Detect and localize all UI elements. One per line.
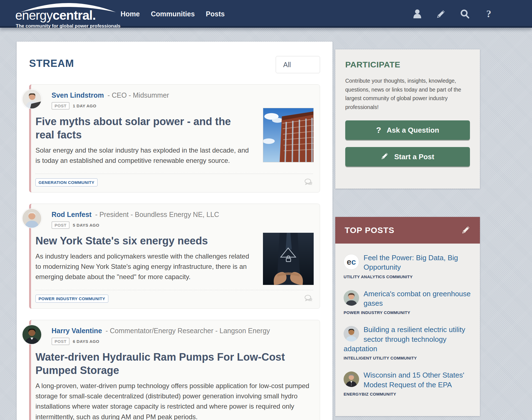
stream-filter-dropdown[interactable]: All (276, 56, 320, 73)
avatar[interactable] (344, 290, 359, 306)
nav-item-posts[interactable]: Posts (206, 10, 225, 18)
top-post-item: Building a resilient electric utility se… (344, 325, 472, 360)
avatar[interactable] (22, 89, 42, 109)
avatar[interactable] (22, 208, 42, 228)
stream-panel: STREAM All Sven Lindstrom - CEO - Midsum… (17, 42, 332, 420)
help-glyph: ? (486, 8, 491, 20)
post-timestamp: 5 DAYS AGO (73, 223, 99, 227)
top-post-item: Wisconsin and 15 Other States' Modest Re… (344, 370, 472, 396)
start-post-label: Start a Post (394, 153, 434, 161)
brand-dot: . (93, 8, 96, 22)
author-link[interactable]: Harry Valentine (52, 327, 102, 335)
post-title-link[interactable]: Five myths about solar power - and the r… (35, 115, 251, 142)
brand-tagline: The community for global power professio… (16, 23, 121, 29)
post-thumbnail[interactable] (263, 108, 314, 162)
nav-item-communities[interactable]: Communities (151, 10, 195, 18)
avatar[interactable] (344, 326, 359, 341)
header-icon-group: ? (412, 0, 494, 28)
stream-header: STREAM All (17, 42, 332, 83)
user-icon[interactable] (412, 9, 422, 19)
top-post-item: America's combat on greenhouse gases POW… (344, 289, 472, 315)
ask-question-button[interactable]: ? Ask a Question (345, 120, 470, 140)
post-excerpt: Solar energy and the solar industry has … (35, 145, 251, 166)
top-post-community[interactable]: UTILITY ANALYTICS COMMUNITY (344, 272, 472, 279)
ask-question-label: Ask a Question (387, 126, 439, 135)
post-card: Sven Lindstrom - CEO - Midsummer POST 1 … (29, 84, 320, 193)
top-post-community[interactable]: POWER INDUSTRY COMMUNITY (344, 308, 472, 315)
participate-panel: PARTICIPATE Contribute your thoughts, in… (335, 49, 480, 189)
pencil-icon (381, 152, 389, 162)
post-title-link[interactable]: New York State's six energy needs (35, 234, 251, 248)
start-post-button[interactable]: Start a Post (345, 147, 470, 166)
author-meta: - President - Boundless Energy NE, LLC (95, 211, 219, 218)
community-tag[interactable]: POWER INDUSTRY COMMUNITY (35, 295, 108, 303)
author-link[interactable]: Rod Lenfest (52, 211, 91, 218)
top-posts-panel: TOP POSTS ec Feel the Power: Big Data, B… (335, 217, 480, 416)
post-author-block: Rod Lenfest - President - Boundless Ener… (52, 210, 313, 229)
post-footer: GENERATION COMMUNITY (35, 174, 313, 187)
post-title-link[interactable]: Water-driven Hydraulic Ram Pumps For Low… (35, 351, 313, 377)
top-posts-header: TOP POSTS (335, 217, 480, 244)
ec-logo-avatar[interactable]: ec (344, 254, 359, 270)
post-card: Harry Valentine - Commentator/Energy Res… (29, 320, 320, 420)
page-title: STREAM (29, 58, 74, 69)
top-posts-heading: TOP POSTS (345, 226, 395, 235)
comments-icon[interactable] (304, 178, 313, 187)
author-meta: - Commentator/Energy Researcher - Langso… (106, 327, 270, 335)
top-post-link[interactable]: Building a resilient electric utility se… (344, 325, 465, 353)
top-post-community[interactable]: ENERGYBIZ COMMUNITY (344, 389, 472, 396)
author-meta: - CEO - Midsummer (108, 91, 169, 99)
participate-description: Contribute your thoughts, insights, know… (345, 77, 470, 112)
pencil-icon[interactable] (436, 9, 446, 19)
post-footer: POWER INDUSTRY COMMUNITY (35, 290, 313, 303)
ec-logo-c: c (351, 257, 356, 267)
post-excerpt: A long-proven, water-driven pump technol… (35, 381, 313, 420)
comments-icon[interactable] (304, 295, 313, 303)
question-mark-icon: ? (376, 125, 381, 135)
help-icon[interactable]: ? (484, 9, 494, 19)
nav-item-home[interactable]: Home (121, 10, 140, 18)
top-post-community[interactable]: INTELLIGENT UTILITY COMMUNITY (344, 353, 472, 360)
post-card: Rod Lenfest - President - Boundless Ener… (29, 204, 320, 309)
post-type-badge: POST (52, 102, 70, 110)
post-thumbnail[interactable] (263, 233, 314, 285)
brand-logo[interactable]: energycentral. (15, 8, 96, 23)
brand-bold: central (53, 8, 93, 22)
post-type-badge: POST (52, 221, 70, 229)
community-tag[interactable]: GENERATION COMMUNITY (35, 178, 98, 186)
post-timestamp: 6 DAYS AGO (73, 339, 99, 344)
author-link[interactable]: Sven Lindstrom (52, 91, 104, 99)
top-navbar: energycentral. The community for global … (0, 0, 532, 28)
main-nav: Home Communities Posts (121, 0, 225, 28)
avatar[interactable] (344, 371, 359, 387)
top-post-link[interactable]: America's combat on greenhouse gases (364, 290, 471, 307)
post-excerpt: As industry leaders and policymakers wre… (35, 251, 251, 282)
post-list: Sven Lindstrom - CEO - Midsummer POST 1 … (17, 83, 332, 420)
post-author-block: Harry Valentine - Commentator/Energy Res… (52, 326, 313, 345)
top-post-link[interactable]: Feel the Power: Big Data, Big Opportunit… (364, 254, 458, 271)
post-timestamp: 1 DAY AGO (73, 103, 96, 108)
top-post-item: ec Feel the Power: Big Data, Big Opportu… (344, 253, 472, 279)
post-author-block: Sven Lindstrom - CEO - Midsummer POST 1 … (52, 91, 313, 110)
top-post-link[interactable]: Wisconsin and 15 Other States' Modest Re… (364, 371, 464, 389)
participate-heading: PARTICIPATE (345, 60, 470, 69)
ec-logo-e: e (347, 257, 351, 267)
avatar[interactable] (22, 325, 42, 345)
post-type-badge: POST (52, 338, 70, 345)
brand-light: energy (15, 8, 53, 22)
pencil-icon[interactable] (462, 225, 470, 235)
search-icon[interactable] (460, 9, 470, 19)
top-posts-list: ec Feel the Power: Big Data, Big Opportu… (335, 244, 480, 416)
